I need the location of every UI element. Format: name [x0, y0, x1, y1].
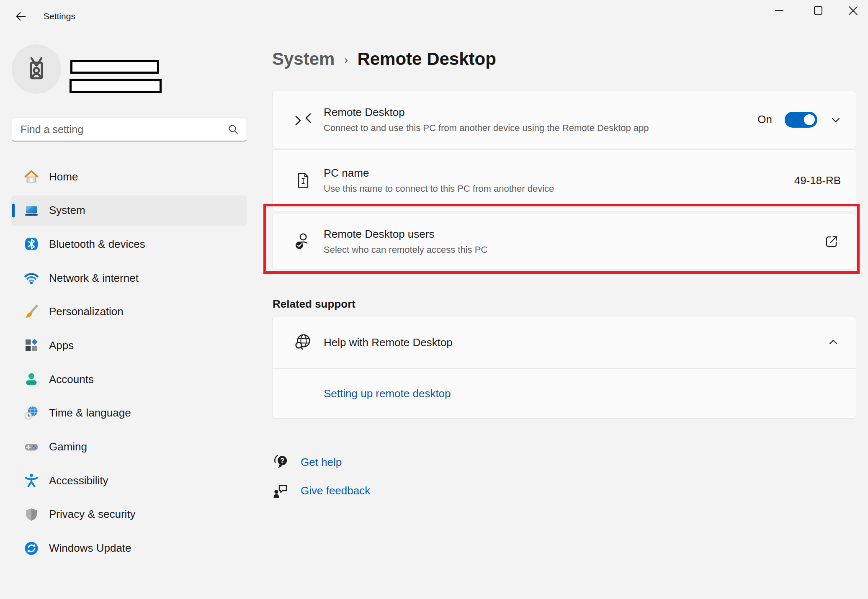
- redacted-email-bar: [70, 79, 162, 93]
- setting-title: Remote Desktop: [324, 106, 649, 119]
- sidebar-item-label: Personalization: [49, 305, 124, 318]
- titlebar: Settings: [0, 0, 868, 25]
- rename-document-icon: [294, 172, 313, 189]
- search-input[interactable]: [21, 123, 227, 136]
- sidebar-item-label: Accessibility: [49, 474, 108, 487]
- give-feedback-link[interactable]: Give feedback: [301, 484, 370, 497]
- app-title: Settings: [44, 0, 75, 33]
- back-button[interactable]: [11, 8, 31, 25]
- home-icon: [24, 169, 39, 184]
- get-help-link[interactable]: Get help: [301, 456, 342, 469]
- page-title: Remote Desktop: [357, 49, 496, 69]
- sidebar-nav: Home System Bluetooth & devices: [11, 162, 247, 567]
- remote-desktop-toggle[interactable]: [785, 112, 817, 128]
- sidebar-item-windows-update[interactable]: Windows Update: [11, 533, 247, 563]
- sidebar-item-label: Gaming: [49, 440, 87, 453]
- sidebar-item-home[interactable]: Home: [11, 162, 247, 192]
- maximize-button[interactable]: [803, 0, 834, 21]
- toggle-state-label: On: [757, 113, 772, 126]
- setting-subtitle: Connect to and use this PC from another …: [324, 123, 649, 134]
- sync-arrows-icon: [24, 541, 39, 556]
- sidebar-item-label: Windows Update: [49, 542, 131, 555]
- close-button[interactable]: [837, 0, 868, 21]
- pc-name-value: 49-18-RB: [794, 174, 841, 187]
- bluetooth-icon: [24, 237, 39, 252]
- setting-subtitle: Select who can remotely access this PC: [324, 244, 487, 255]
- help-expander-row[interactable]: Help with Remote Desktop: [273, 316, 856, 368]
- setting-up-remote-desktop-link[interactable]: Setting up remote desktop: [324, 387, 451, 400]
- search-box[interactable]: [12, 118, 247, 141]
- setting-title: PC name: [324, 167, 554, 180]
- shield-icon: [24, 507, 39, 522]
- accessibility-person-icon: [24, 473, 39, 488]
- pc-name-row: PC name Use this name to connect to this…: [272, 149, 856, 211]
- help-card-title: Help with Remote Desktop: [324, 336, 453, 349]
- breadcrumb-separator: ›: [344, 51, 348, 67]
- search-icon: [227, 123, 239, 135]
- sidebar-item-network-internet[interactable]: Network & internet: [11, 263, 247, 293]
- breadcrumb: System › Remote Desktop: [272, 45, 496, 73]
- avatar: [12, 44, 61, 94]
- sidebar-item-label: Bluetooth & devices: [49, 238, 145, 251]
- get-help-row: ? Get help: [272, 451, 342, 473]
- svg-text:?: ?: [280, 457, 284, 464]
- sidebar-item-accessibility[interactable]: Accessibility: [11, 465, 247, 496]
- sidebar-item-label: Apps: [49, 339, 74, 352]
- remote-desktop-users-row[interactable]: Remote Desktop users Select who can remo…: [272, 213, 856, 270]
- help-bubble-icon: ?: [272, 453, 290, 471]
- id-badge-icon: [22, 54, 51, 84]
- sidebar-item-label: Home: [49, 170, 78, 183]
- close-icon: [847, 5, 859, 16]
- give-feedback-row: Give feedback: [272, 480, 370, 501]
- person-icon: [24, 372, 39, 387]
- wifi-icon: [24, 270, 39, 285]
- sidebar-item-label: System: [49, 204, 85, 217]
- laptop-icon: [24, 203, 39, 218]
- maximize-icon: [813, 5, 824, 16]
- user-check-icon: [294, 232, 313, 251]
- breadcrumb-system[interactable]: System: [272, 49, 335, 69]
- minimize-icon: [774, 5, 785, 16]
- remote-desktop-setting-row[interactable]: Remote Desktop Connect to and use this P…: [272, 91, 856, 148]
- sidebar-item-label: Network & internet: [49, 272, 139, 285]
- chevron-up-icon[interactable]: [827, 337, 839, 348]
- sidebar-item-label: Privacy & security: [49, 508, 136, 521]
- sidebar-item-privacy-security[interactable]: Privacy & security: [11, 499, 247, 530]
- paintbrush-icon: [24, 304, 39, 319]
- sidebar-item-personalization[interactable]: Personalization: [11, 297, 247, 327]
- external-link-icon: [824, 234, 839, 249]
- globe-clock-icon: [24, 406, 39, 421]
- sidebar-item-system[interactable]: System: [11, 195, 247, 226]
- remote-desktop-connect-icon: [294, 111, 313, 129]
- sidebar-item-label: Accounts: [49, 373, 94, 386]
- gamepad-icon: [24, 440, 39, 455]
- sidebar-item-accounts[interactable]: Accounts: [11, 364, 247, 394]
- setting-title: Remote Desktop users: [324, 228, 487, 241]
- setting-subtitle: Use this name to connect to this PC from…: [324, 183, 554, 194]
- help-card: Help with Remote Desktop Setting up remo…: [272, 316, 856, 419]
- sidebar-item-label: Time & language: [49, 406, 131, 419]
- related-support-heading: Related support: [273, 298, 355, 311]
- sidebar-item-gaming[interactable]: Gaming: [11, 432, 247, 462]
- toggle-knob: [804, 114, 815, 125]
- sidebar-item-bluetooth-devices[interactable]: Bluetooth & devices: [11, 229, 247, 259]
- sidebar-item-apps[interactable]: Apps: [11, 330, 247, 360]
- feedback-person-icon: [272, 482, 290, 499]
- minimize-button[interactable]: [764, 0, 795, 21]
- arrow-left-icon: [14, 10, 28, 23]
- chevron-down-icon[interactable]: [830, 114, 842, 126]
- sidebar-item-time-language[interactable]: Time & language: [11, 398, 247, 428]
- redacted-name-bar: [70, 60, 159, 74]
- apps-grid-icon: [24, 338, 39, 353]
- globe-search-icon: [294, 332, 313, 352]
